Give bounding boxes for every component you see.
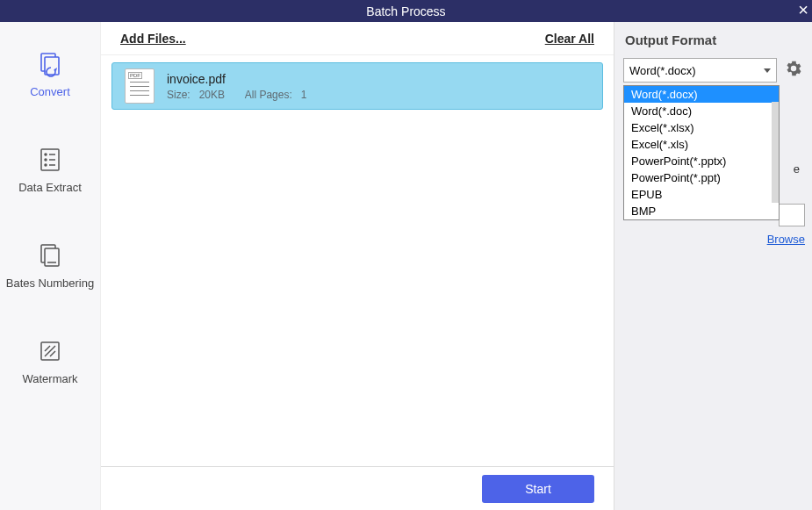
- sidebar-item-label: Convert: [0, 85, 100, 100]
- sidebar-item-label: Data Extract: [0, 181, 100, 196]
- svg-point-3: [45, 154, 47, 155]
- dropdown-option[interactable]: Excel(*.xlsx): [624, 119, 779, 136]
- browse-link[interactable]: Browse: [767, 233, 805, 246]
- watermark-icon: [0, 334, 100, 369]
- svg-line-13: [45, 346, 55, 356]
- output-format-dropdown: Word(*.docx) Word(*.doc) Excel(*.xlsx) E…: [623, 85, 780, 220]
- dropdown-option[interactable]: Excel(*.xls): [624, 136, 779, 153]
- bottom-bar: Start: [101, 466, 614, 510]
- svg-line-14: [45, 346, 50, 351]
- dropdown-scrollbar[interactable]: [772, 102, 779, 203]
- gear-icon[interactable]: [784, 59, 803, 82]
- dropdown-option[interactable]: EPUB: [624, 186, 779, 203]
- svg-line-15: [50, 351, 55, 356]
- chevron-down-icon: [764, 68, 771, 73]
- dropdown-option[interactable]: Word(*.doc): [624, 103, 779, 119]
- clear-all-link[interactable]: Clear All: [545, 32, 594, 46]
- file-toolbar: Add Files... Clear All: [101, 22, 614, 55]
- sidebar-item-bates-numbering[interactable]: Bates Numbering: [0, 238, 100, 291]
- truncated-label-char: e: [794, 162, 800, 176]
- start-button[interactable]: Start: [482, 475, 594, 503]
- dropdown-option[interactable]: BMP: [624, 203, 779, 219]
- svg-point-5: [45, 159, 47, 161]
- output-format-title: Output Format: [614, 22, 812, 58]
- sidebar-item-data-extract[interactable]: Data Extract: [0, 142, 100, 196]
- close-icon[interactable]: ×: [798, 0, 808, 19]
- file-name: invoice.pdf: [167, 72, 324, 86]
- sidebar: Convert Data Extract: [0, 22, 101, 510]
- file-list: invoice.pdf Size:20KB All Pages:1: [101, 55, 614, 466]
- output-folder-field[interactable]: [779, 204, 805, 226]
- bates-numbering-icon: [0, 238, 100, 273]
- svg-point-7: [45, 164, 47, 166]
- title-bar: Batch Process ×: [0, 0, 812, 22]
- data-extract-icon: [0, 142, 100, 177]
- main-panel: Add Files... Clear All invoice.pdf Size:…: [101, 22, 614, 510]
- svg-rect-10: [45, 248, 59, 266]
- sidebar-item-convert[interactable]: Convert: [0, 47, 100, 100]
- window-title: Batch Process: [366, 4, 445, 18]
- dropdown-option[interactable]: PowerPoint(*.ppt): [624, 169, 779, 186]
- add-files-link[interactable]: Add Files...: [120, 32, 186, 46]
- sidebar-item-label: Bates Numbering: [0, 277, 100, 291]
- file-meta: Size:20KB All Pages:1: [167, 89, 324, 101]
- output-format-select[interactable]: Word(*.docx): [623, 58, 777, 83]
- sidebar-item-label: Watermark: [0, 372, 100, 387]
- file-info: invoice.pdf Size:20KB All Pages:1: [167, 72, 324, 101]
- right-panel: Output Format Word(*.docx) Word(*.docx) …: [614, 22, 812, 510]
- app-body: Convert Data Extract: [0, 22, 812, 510]
- convert-icon: [0, 47, 100, 82]
- dropdown-option[interactable]: Word(*.docx): [624, 86, 779, 103]
- select-value: Word(*.docx): [629, 64, 696, 77]
- sidebar-item-watermark[interactable]: Watermark: [0, 334, 100, 387]
- pdf-file-icon: [125, 68, 154, 104]
- dropdown-option[interactable]: PowerPoint(*.pptx): [624, 153, 779, 169]
- file-row[interactable]: invoice.pdf Size:20KB All Pages:1: [111, 62, 603, 110]
